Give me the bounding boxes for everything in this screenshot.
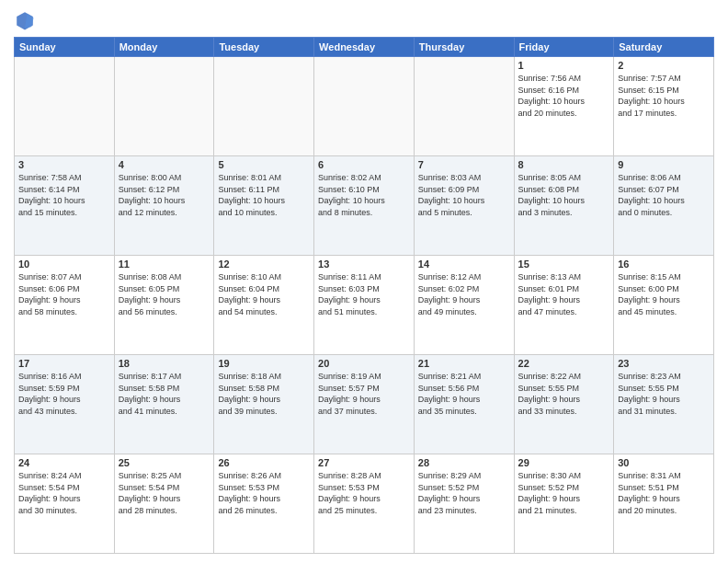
calendar-cell: 30Sunrise: 8:31 AM Sunset: 5:51 PM Dayli… [614, 454, 714, 554]
day-number: 29 [518, 457, 610, 468]
calendar-week-3: 10Sunrise: 8:07 AM Sunset: 6:06 PM Dayli… [15, 256, 714, 355]
calendar-cell: 28Sunrise: 8:29 AM Sunset: 5:52 PM Dayli… [414, 454, 514, 554]
weekday-header-friday: Friday [514, 38, 614, 57]
day-info: Sunrise: 8:22 AM Sunset: 5:55 PM Dayligh… [518, 371, 610, 417]
day-info: Sunrise: 8:30 AM Sunset: 5:52 PM Dayligh… [518, 470, 610, 516]
day-number: 12 [218, 259, 310, 270]
day-number: 15 [518, 259, 610, 270]
day-info: Sunrise: 8:13 AM Sunset: 6:01 PM Dayligh… [518, 271, 610, 317]
day-number: 28 [418, 457, 510, 468]
day-number: 8 [518, 159, 610, 170]
calendar-cell: 3Sunrise: 7:58 AM Sunset: 6:14 PM Daylig… [15, 156, 115, 256]
day-number: 20 [318, 358, 410, 369]
calendar-cell: 11Sunrise: 8:08 AM Sunset: 6:05 PM Dayli… [114, 256, 214, 355]
calendar-cell [314, 57, 415, 156]
calendar-cell: 7Sunrise: 8:03 AM Sunset: 6:09 PM Daylig… [414, 156, 514, 256]
header [14, 9, 714, 31]
day-number: 13 [318, 259, 410, 270]
day-number: 30 [618, 457, 710, 468]
general-blue-icon [14, 9, 36, 31]
calendar-week-5: 24Sunrise: 8:24 AM Sunset: 5:54 PM Dayli… [15, 454, 714, 554]
calendar-cell: 20Sunrise: 8:19 AM Sunset: 5:57 PM Dayli… [314, 355, 415, 454]
calendar-cell: 18Sunrise: 8:17 AM Sunset: 5:58 PM Dayli… [114, 355, 214, 454]
weekday-header-sunday: Sunday [15, 38, 115, 57]
day-number: 22 [518, 358, 610, 369]
day-number: 17 [18, 358, 110, 369]
calendar-cell: 19Sunrise: 8:18 AM Sunset: 5:58 PM Dayli… [214, 355, 314, 454]
calendar-cell: 6Sunrise: 8:02 AM Sunset: 6:10 PM Daylig… [314, 156, 415, 256]
weekday-header-monday: Monday [114, 38, 214, 57]
calendar-cell: 24Sunrise: 8:24 AM Sunset: 5:54 PM Dayli… [15, 454, 115, 554]
weekday-header-tuesday: Tuesday [214, 38, 314, 57]
day-info: Sunrise: 8:10 AM Sunset: 6:04 PM Dayligh… [218, 271, 310, 317]
calendar-cell [114, 57, 214, 156]
calendar-cell [15, 57, 115, 156]
day-number: 19 [218, 358, 310, 369]
calendar-cell: 29Sunrise: 8:30 AM Sunset: 5:52 PM Dayli… [514, 454, 614, 554]
day-info: Sunrise: 8:08 AM Sunset: 6:05 PM Dayligh… [119, 271, 210, 317]
day-info: Sunrise: 7:58 AM Sunset: 6:14 PM Dayligh… [18, 172, 110, 218]
day-info: Sunrise: 8:25 AM Sunset: 5:54 PM Dayligh… [119, 470, 210, 516]
calendar-cell: 23Sunrise: 8:23 AM Sunset: 5:55 PM Dayli… [614, 355, 714, 454]
calendar-cell: 16Sunrise: 8:15 AM Sunset: 6:00 PM Dayli… [614, 256, 714, 355]
day-number: 9 [618, 159, 710, 170]
calendar-cell: 15Sunrise: 8:13 AM Sunset: 6:01 PM Dayli… [514, 256, 614, 355]
day-number: 4 [119, 159, 210, 170]
day-info: Sunrise: 7:56 AM Sunset: 6:16 PM Dayligh… [518, 73, 610, 119]
day-number: 26 [218, 457, 310, 468]
day-number: 23 [618, 358, 710, 369]
calendar-cell [414, 57, 514, 156]
weekday-header-saturday: Saturday [614, 38, 714, 57]
weekday-header-wednesday: Wednesday [314, 38, 415, 57]
day-info: Sunrise: 8:11 AM Sunset: 6:03 PM Dayligh… [318, 271, 410, 317]
calendar-week-1: 1Sunrise: 7:56 AM Sunset: 6:16 PM Daylig… [15, 57, 714, 156]
calendar-cell: 14Sunrise: 8:12 AM Sunset: 6:02 PM Dayli… [414, 256, 514, 355]
day-info: Sunrise: 8:31 AM Sunset: 5:51 PM Dayligh… [618, 470, 710, 516]
day-info: Sunrise: 8:12 AM Sunset: 6:02 PM Dayligh… [418, 271, 510, 317]
day-number: 25 [119, 457, 210, 468]
calendar-cell: 27Sunrise: 8:28 AM Sunset: 5:53 PM Dayli… [314, 454, 415, 554]
calendar: SundayMondayTuesdayWednesdayThursdayFrid… [14, 37, 714, 554]
day-number: 16 [618, 259, 710, 270]
calendar-cell [214, 57, 314, 156]
day-info: Sunrise: 8:28 AM Sunset: 5:53 PM Dayligh… [318, 470, 410, 516]
day-number: 11 [119, 259, 210, 270]
day-info: Sunrise: 8:00 AM Sunset: 6:12 PM Dayligh… [119, 172, 210, 218]
calendar-cell: 9Sunrise: 8:06 AM Sunset: 6:07 PM Daylig… [614, 156, 714, 256]
day-number: 2 [618, 60, 710, 71]
day-info: Sunrise: 8:07 AM Sunset: 6:06 PM Dayligh… [18, 271, 110, 317]
calendar-header-row: SundayMondayTuesdayWednesdayThursdayFrid… [15, 38, 714, 57]
calendar-cell: 8Sunrise: 8:05 AM Sunset: 6:08 PM Daylig… [514, 156, 614, 256]
logo [14, 9, 40, 31]
day-info: Sunrise: 8:26 AM Sunset: 5:53 PM Dayligh… [218, 470, 310, 516]
day-info: Sunrise: 8:02 AM Sunset: 6:10 PM Dayligh… [318, 172, 410, 218]
day-number: 3 [18, 159, 110, 170]
calendar-cell: 5Sunrise: 8:01 AM Sunset: 6:11 PM Daylig… [214, 156, 314, 256]
day-info: Sunrise: 8:24 AM Sunset: 5:54 PM Dayligh… [18, 470, 110, 516]
day-info: Sunrise: 8:01 AM Sunset: 6:11 PM Dayligh… [218, 172, 310, 218]
day-number: 6 [318, 159, 410, 170]
day-info: Sunrise: 8:17 AM Sunset: 5:58 PM Dayligh… [119, 371, 210, 417]
calendar-cell: 2Sunrise: 7:57 AM Sunset: 6:15 PM Daylig… [614, 57, 714, 156]
day-info: Sunrise: 8:29 AM Sunset: 5:52 PM Dayligh… [418, 470, 510, 516]
calendar-cell: 26Sunrise: 8:26 AM Sunset: 5:53 PM Dayli… [214, 454, 314, 554]
calendar-cell: 21Sunrise: 8:21 AM Sunset: 5:56 PM Dayli… [414, 355, 514, 454]
day-info: Sunrise: 8:05 AM Sunset: 6:08 PM Dayligh… [518, 172, 610, 218]
day-info: Sunrise: 8:18 AM Sunset: 5:58 PM Dayligh… [218, 371, 310, 417]
calendar-cell: 10Sunrise: 8:07 AM Sunset: 6:06 PM Dayli… [15, 256, 115, 355]
day-number: 10 [18, 259, 110, 270]
page: SundayMondayTuesdayWednesdayThursdayFrid… [0, 0, 728, 563]
day-info: Sunrise: 8:19 AM Sunset: 5:57 PM Dayligh… [318, 371, 410, 417]
calendar-cell: 22Sunrise: 8:22 AM Sunset: 5:55 PM Dayli… [514, 355, 614, 454]
calendar-cell: 4Sunrise: 8:00 AM Sunset: 6:12 PM Daylig… [114, 156, 214, 256]
day-number: 14 [418, 259, 510, 270]
day-number: 21 [418, 358, 510, 369]
calendar-cell: 25Sunrise: 8:25 AM Sunset: 5:54 PM Dayli… [114, 454, 214, 554]
day-number: 5 [218, 159, 310, 170]
day-number: 24 [18, 457, 110, 468]
day-number: 18 [119, 358, 210, 369]
day-info: Sunrise: 8:03 AM Sunset: 6:09 PM Dayligh… [418, 172, 510, 218]
day-info: Sunrise: 8:23 AM Sunset: 5:55 PM Dayligh… [618, 371, 710, 417]
day-info: Sunrise: 7:57 AM Sunset: 6:15 PM Dayligh… [618, 73, 710, 119]
day-number: 27 [318, 457, 410, 468]
